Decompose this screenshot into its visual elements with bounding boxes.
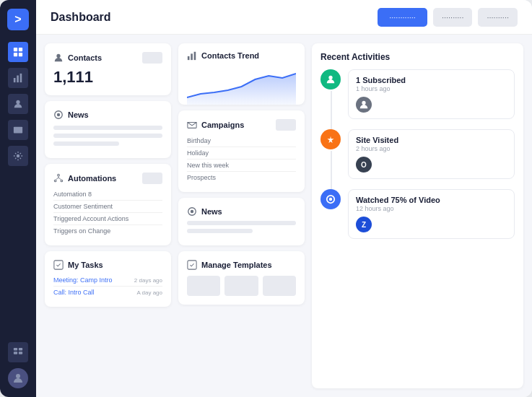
svg-point-28 — [328, 76, 332, 79]
svg-rect-0 — [14, 48, 17, 51]
header-actions: ············ ·········· ·········· — [378, 8, 518, 27]
contacts-menu[interactable] — [142, 52, 162, 64]
activity-title: 1 Subscribed — [356, 76, 507, 84]
svg-point-15 — [56, 54, 60, 58]
recent-activities: Recent Activities 1 Subscribed 1 hours a… — [312, 43, 523, 388]
header: Dashboard ············ ·········· ······… — [36, 0, 532, 35]
automations-card: Automations Automation 8 Customer Sentim… — [45, 164, 171, 245]
templates-icon — [187, 260, 197, 270]
svg-point-19 — [54, 180, 56, 182]
svg-rect-21 — [54, 261, 63, 269]
activity-sub-avatar — [356, 97, 372, 113]
news-lines — [53, 126, 162, 146]
main-content: Dashboard ············ ·········· ······… — [36, 0, 532, 397]
svg-rect-5 — [17, 76, 19, 83]
news-center-icon — [187, 206, 197, 217]
automation-item: Customer Sentiment — [53, 201, 162, 213]
header-secondary-button-2[interactable]: ·········· — [478, 8, 518, 27]
sidebar-item-bottom[interactable] — [8, 342, 28, 362]
task-name[interactable]: Call: Intro Call — [53, 289, 95, 296]
news-center-title: News — [201, 207, 222, 216]
task-item: Meeting: Camp Intro 2 days ago — [53, 274, 162, 287]
user-avatar[interactable] — [8, 368, 28, 388]
header-secondary-button-1[interactable]: ·········· — [433, 8, 473, 27]
center-panel: Contacts Trend — [178, 43, 305, 388]
activity-time: 1 hours ago — [356, 85, 507, 92]
sidebar-item-mail[interactable] — [8, 120, 28, 140]
recent-activities-title: Recent Activities — [320, 52, 515, 62]
task-time: A day ago — [136, 289, 162, 296]
automations-menu[interactable] — [142, 173, 162, 184]
news-line-2 — [53, 134, 162, 138]
svg-rect-10 — [14, 348, 17, 351]
sidebar-item-users[interactable] — [8, 94, 28, 114]
tasks-icon — [53, 260, 64, 270]
activity-title: Site Visited — [356, 136, 507, 144]
svg-point-31 — [329, 198, 332, 201]
template-grid — [187, 276, 296, 296]
activity-title: Watched 75% of Video — [356, 196, 507, 204]
campaigns-menu[interactable] — [276, 119, 296, 131]
trend-icon — [187, 51, 197, 61]
header-primary-button[interactable]: ············ — [378, 8, 427, 27]
task-item: Call: Intro Call A day ago — [53, 287, 162, 298]
svg-rect-3 — [19, 53, 22, 56]
news-line — [187, 221, 296, 225]
task-list: Meeting: Camp Intro 2 days ago Call: Int… — [53, 274, 162, 298]
template-box-3 — [263, 276, 296, 296]
svg-rect-27 — [188, 261, 196, 269]
news-left-title: News — [68, 110, 89, 119]
automation-item: Automation 8 — [53, 188, 162, 201]
template-box-2 — [224, 276, 258, 296]
activity-body-subscribed: 1 Subscribed 1 hours ago — [348, 69, 515, 119]
svg-rect-11 — [19, 348, 22, 351]
activity-body-visited: Site Visited 2 hours ago O — [348, 129, 515, 179]
automation-item: Triggered Account Actions — [53, 213, 162, 225]
svg-point-18 — [58, 174, 60, 176]
contacts-card: Contacts 1,111 — [45, 43, 171, 95]
left-panel: Contacts 1,111 News — [45, 43, 171, 388]
activity-avatar-subscribed — [320, 69, 341, 90]
sidebar-logo[interactable]: > — [7, 9, 29, 30]
template-box-1 — [187, 276, 220, 296]
svg-rect-22 — [188, 56, 190, 60]
svg-point-14 — [16, 374, 20, 378]
automation-list: Automation 8 Customer Sentiment Triggere… — [53, 188, 162, 237]
automation-item: Triggers on Change — [53, 225, 162, 237]
sidebar-item-settings[interactable] — [8, 146, 28, 166]
templates-title: Manage Templates — [201, 261, 272, 269]
activity-avatar-visited — [320, 129, 341, 149]
sidebar-item-chart[interactable] — [8, 68, 28, 88]
news-left-icon — [53, 110, 64, 120]
activity-time: 2 hours ago — [356, 145, 507, 152]
svg-rect-12 — [14, 352, 17, 354]
activity-avatar-video — [320, 189, 341, 209]
task-name[interactable]: Meeting: Camp Intro — [53, 276, 113, 284]
svg-rect-1 — [19, 48, 22, 51]
news-line — [187, 229, 253, 233]
trend-chart — [187, 65, 296, 105]
svg-rect-4 — [14, 78, 16, 82]
activity-body-video: Watched 75% of Video 12 hours ago Z — [348, 189, 515, 239]
campaign-list: Birthday Holiday New this week Prospects — [187, 135, 296, 183]
sidebar: > — [0, 0, 36, 397]
news-card-left: News — [45, 101, 171, 158]
center-news-lines — [187, 221, 296, 233]
svg-rect-23 — [191, 53, 193, 60]
sidebar-item-dashboard[interactable] — [8, 42, 28, 62]
news-line-1 — [53, 126, 162, 130]
svg-rect-24 — [194, 52, 196, 60]
svg-point-17 — [57, 113, 60, 116]
trend-title: Contacts Trend — [201, 51, 259, 60]
activity-item: Site Visited 2 hours ago O — [320, 129, 515, 179]
automations-icon — [53, 173, 64, 183]
automations-title: Automations — [68, 174, 116, 183]
campaign-item: Birthday — [187, 135, 296, 147]
svg-point-29 — [362, 101, 365, 105]
svg-point-7 — [16, 100, 19, 104]
right-panel: Recent Activities 1 Subscribed 1 hours a… — [312, 43, 523, 388]
campaign-item: New this week — [187, 160, 296, 172]
news-line-3 — [53, 141, 119, 146]
campaigns-icon — [187, 120, 197, 130]
svg-rect-6 — [20, 74, 22, 82]
